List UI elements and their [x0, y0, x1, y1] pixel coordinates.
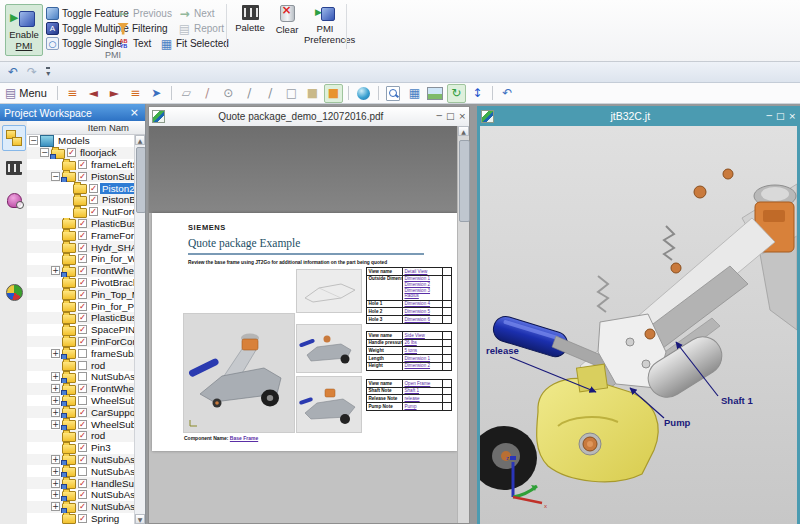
tree-row[interactable]: ✓Pin_for_Pisto [27, 300, 134, 312]
tree-item-label[interactable]: SpacePIN [89, 324, 134, 335]
fit-selected-button[interactable]: ▦Fit Selected [160, 36, 229, 51]
tree-row[interactable]: +✓WheelSubA [27, 418, 134, 430]
tree-row[interactable]: ✓SpacePIN [27, 324, 134, 336]
tree-item-label[interactable]: PistonBod [100, 194, 134, 205]
visibility-checkbox[interactable]: ✓ [78, 337, 87, 346]
tree-item-label[interactable]: Pin_Top_Mid [89, 289, 134, 300]
animation-tab[interactable] [2, 155, 26, 181]
tree-item-label[interactable]: NutSubAssy [89, 489, 134, 500]
rotate-mode-icon[interactable]: ↻ [447, 84, 466, 103]
pmi-label-pump[interactable]: Pump [664, 417, 691, 428]
tree-row[interactable]: ✓PlasticBushi [27, 218, 134, 230]
tree-row[interactable]: ✓Spring [27, 513, 134, 524]
expand-icon[interactable]: + [51, 372, 60, 381]
measurement-icon[interactable]: ▱ [177, 84, 196, 103]
tree-row[interactable]: +✓HandleSubA [27, 477, 134, 489]
jt-window-titlebar[interactable]: jtB32C.jt ─ □ × [477, 106, 800, 126]
tree-row[interactable]: +WheelSubA [27, 395, 134, 407]
tree-row[interactable]: −✓PistonSubAs [27, 170, 134, 182]
visibility-checkbox[interactable]: ✓ [78, 420, 87, 429]
visibility-checkbox[interactable]: ✓ [78, 408, 87, 417]
shaded-mode-icon[interactable]: ■ [324, 84, 343, 103]
visibility-checkbox[interactable]: ✓ [78, 455, 87, 464]
tree-row[interactable]: +NutSubAssy [27, 465, 134, 477]
tree-item-label[interactable]: PinForComp [89, 336, 134, 347]
pdf-link[interactable]: release [405, 396, 441, 402]
pdf-window-titlebar[interactable]: Quote package_demo_12072016.pdf ─ □ × [149, 107, 469, 127]
visibility-checkbox[interactable] [78, 372, 87, 381]
pmi-list-icon[interactable]: ≡ [126, 84, 145, 103]
visibility-checkbox[interactable]: ✓ [78, 302, 87, 311]
tree-row[interactable]: ✓Pin_for_Whe [27, 253, 134, 265]
redo-icon[interactable]: ↷ [27, 66, 37, 78]
tree-item-label[interactable]: PlasticBushi [89, 312, 134, 323]
palette-button[interactable]: Palette [231, 5, 269, 33]
previous-button[interactable]: ←Previous [117, 6, 172, 21]
visibility-checkbox[interactable]: ✓ [89, 195, 98, 204]
collapse-icon[interactable]: − [40, 148, 49, 157]
pdf-minimize-icon[interactable]: ─ [437, 112, 442, 121]
pdf-link[interactable]: Shaft 1 [405, 388, 441, 394]
visibility-checkbox[interactable]: ✓ [78, 443, 87, 452]
visibility-checkbox[interactable]: ✓ [78, 313, 87, 322]
visibility-checkbox[interactable]: ✓ [78, 290, 87, 299]
tree-item-label[interactable]: Pin_for_Whe [89, 253, 134, 264]
assembly-tree-tab[interactable] [2, 125, 26, 151]
tree-row[interactable]: +✓CarSupport5 [27, 406, 134, 418]
pdf-link[interactable]: Detail View [405, 269, 441, 275]
enable-pmi-button[interactable]: ▶ Enable PMI [5, 4, 43, 56]
visibility-checkbox[interactable]: ✓ [89, 184, 98, 193]
expand-icon[interactable]: + [51, 479, 60, 488]
visibility-checkbox[interactable]: ✓ [67, 148, 76, 157]
tree-row[interactable]: +NutSubAssy [27, 371, 134, 383]
line-tool3-icon[interactable]: / [261, 84, 280, 103]
jt-close-icon[interactable]: × [788, 112, 796, 121]
pdf-close-icon[interactable]: × [458, 112, 466, 121]
tree-item-label[interactable]: CarSupport5 [89, 407, 134, 418]
tree-row[interactable]: ✓frameLeftSi [27, 159, 134, 171]
pdf-scrollbar[interactable]: ▲ [457, 126, 469, 523]
jt-restore-icon[interactable]: □ [776, 112, 785, 121]
tree-item-label[interactable]: Hydr_SHAFT [89, 242, 134, 253]
text-button[interactable]: ABYBText [117, 36, 151, 51]
tree-scrollbar[interactable]: ▲ ▼ [134, 135, 145, 524]
tree-item-label[interactable]: floorjack [78, 147, 118, 158]
scroll-thumb[interactable] [136, 147, 145, 213]
expand-icon[interactable]: + [51, 467, 60, 476]
visibility-checkbox[interactable]: ✓ [78, 160, 87, 169]
visibility-checkbox[interactable]: ✓ [78, 325, 87, 334]
expand-icon[interactable]: + [51, 502, 60, 511]
tree-item-label[interactable]: frameSubAs [89, 348, 134, 359]
tree-row[interactable]: ✓Pin3 [27, 442, 134, 454]
menu-button[interactable]: ▤ Menu [5, 86, 47, 100]
globe-icon[interactable] [354, 84, 373, 103]
tree-item-label[interactable]: NutSubAssy [89, 501, 134, 512]
pmi-preferences-button[interactable]: ▶ PMIPreferences [304, 5, 346, 45]
workspace-titlebar[interactable]: Project Workspace × [0, 104, 145, 122]
tree-row[interactable]: +✓NutSubAssy [27, 501, 134, 513]
tree-row[interactable]: ✓FrameForCo [27, 229, 134, 241]
hidden-line-mode-icon[interactable]: ■ [303, 84, 322, 103]
tree-row[interactable]: ✓NutForCo [27, 206, 134, 218]
visibility-checkbox[interactable]: ✓ [78, 278, 87, 287]
tree-item-label[interactable]: WheelSubA [89, 395, 134, 406]
tree-row[interactable]: ✓Hydr_SHAFT [27, 241, 134, 253]
visibility-checkbox[interactable]: ✓ [78, 514, 87, 523]
collapse-icon[interactable]: − [51, 172, 60, 181]
tree-item-label[interactable]: PivotBracke [89, 277, 134, 288]
visibility-checkbox[interactable]: ✓ [78, 431, 87, 440]
undo-icon[interactable]: ↶ [8, 66, 18, 78]
tree-row[interactable]: ✓PlasticBushi [27, 312, 134, 324]
pdf-link[interactable]: Dimension 6 [405, 317, 441, 323]
tree-item-label[interactable]: FrontWheel [89, 265, 134, 276]
visibility-checkbox[interactable]: ✓ [78, 490, 87, 499]
visibility-checkbox[interactable]: ✓ [78, 479, 87, 488]
pdf-link[interactable]: Side View [405, 333, 441, 339]
pdf-link[interactable]: Dimension 2 [405, 363, 441, 369]
tree-item-label[interactable]: FrameForCo [89, 230, 134, 241]
tree-item-label[interactable]: frameLeftSi [89, 159, 134, 170]
pdf-link[interactable]: Radius [405, 293, 441, 299]
component-name-link[interactable]: Base Frame [230, 435, 258, 441]
tree-item-label[interactable]: WheelSubA [89, 419, 134, 430]
tree-item-label[interactable]: Pin3 [89, 442, 113, 453]
